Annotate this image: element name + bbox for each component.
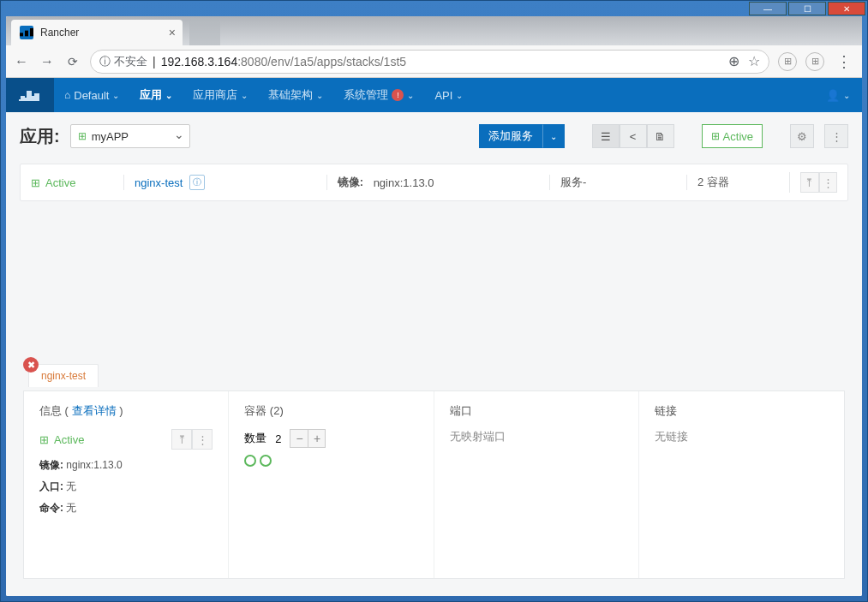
chevron-down-icon: ⌄ bbox=[550, 132, 557, 141]
address-bar[interactable]: ⓘ 不安全 | 192.168.3.164:8080/env/1a5/apps/… bbox=[90, 50, 769, 74]
nav-infra[interactable]: 基础架构 ⌄ bbox=[258, 78, 333, 112]
star-icon[interactable]: ☆ bbox=[748, 53, 760, 69]
nav-catalog[interactable]: 应用商店 ⌄ bbox=[183, 78, 258, 112]
url-text: 192.168.3.164:8080/env/1a5/apps/stacks/1… bbox=[161, 55, 406, 69]
detail-entry: 入口: 无 bbox=[39, 480, 213, 494]
ports-section-title: 端口 bbox=[450, 403, 623, 419]
svg-rect-0 bbox=[20, 33, 23, 36]
add-service-dropdown[interactable]: ⌄ bbox=[542, 124, 565, 148]
info-icon[interactable]: ⓘ bbox=[189, 175, 205, 190]
browser-menu-button[interactable]: ⋮ bbox=[833, 52, 855, 71]
nav-apps[interactable]: 应用 ⌄ bbox=[129, 78, 183, 112]
home-icon: ⌂ bbox=[64, 89, 70, 101]
service-containers: 2 容器 bbox=[686, 175, 789, 190]
view-list-button[interactable]: ☰ bbox=[592, 124, 620, 148]
stack-name: myAPP bbox=[92, 130, 129, 143]
scale-up-button[interactable]: + bbox=[308, 430, 325, 447]
insecure-indicator: ⓘ 不安全 bbox=[99, 54, 147, 69]
environment-name: Default bbox=[74, 89, 109, 102]
page-title: 应用: bbox=[20, 125, 60, 148]
extension-icon[interactable]: ⊞ bbox=[805, 52, 824, 71]
rancher-logo[interactable] bbox=[6, 78, 54, 112]
app-topnav: ⌂ Default ⌄ 应用 ⌄ 应用商店 ⌄ 基础架构 ⌄ 系统管理 ! ⌄ … bbox=[6, 78, 862, 112]
view-graph-button[interactable]: < bbox=[620, 124, 647, 148]
browser-tab-title: Rancher bbox=[40, 27, 79, 39]
user-menu[interactable]: 👤 ⌄ bbox=[823, 89, 853, 102]
environment-picker[interactable]: ⌂ Default ⌄ bbox=[54, 89, 129, 102]
container-dot[interactable] bbox=[244, 455, 256, 467]
new-tab-button[interactable] bbox=[189, 20, 220, 45]
more-actions-button[interactable]: ⋮ bbox=[824, 124, 848, 148]
service-status: ⊞ Active bbox=[31, 176, 75, 189]
rancher-favicon bbox=[20, 26, 33, 39]
detail-image: 镜像: nginx:1.13.0 bbox=[39, 458, 213, 473]
view-details-link[interactable]: 查看详情 bbox=[72, 404, 117, 417]
chevron-down-icon: ⌄ bbox=[112, 91, 119, 100]
add-service-button[interactable]: 添加服务 bbox=[479, 124, 542, 148]
detail-up-icon[interactable]: ⤒ bbox=[171, 429, 192, 450]
window-close-button[interactable]: ✕ bbox=[828, 2, 865, 15]
search-icon[interactable]: ⊕ bbox=[728, 53, 739, 69]
detail-cmd: 命令: 无 bbox=[39, 501, 213, 516]
browser-toolbar: ← → ⟳ ⓘ 不安全 | 192.168.3.164:8080/env/1a5… bbox=[6, 45, 862, 78]
links-empty: 无链接 bbox=[655, 429, 829, 444]
scale-value: 2 bbox=[275, 432, 281, 445]
ports-empty: 无映射端口 bbox=[450, 429, 623, 444]
container-indicators bbox=[244, 455, 417, 467]
reload-button[interactable]: ⟳ bbox=[64, 53, 81, 70]
scale-down-button[interactable]: − bbox=[290, 430, 308, 447]
stack-icon: ⊞ bbox=[78, 130, 87, 142]
back-button[interactable]: ← bbox=[13, 53, 30, 70]
detail-panel: 信息 ( 查看详情 ) ⊞ Active ⤒ ⋮ 镜像: nginx:1.13.… bbox=[23, 390, 845, 579]
view-file-button[interactable]: 🗎 bbox=[647, 124, 674, 148]
container-dot[interactable] bbox=[260, 455, 272, 467]
window-titlebar: — ☐ ✕ bbox=[1, 1, 867, 16]
info-section-title: 信息 ( 查看详情 ) bbox=[39, 403, 213, 419]
browser-tab-strip: Rancher × bbox=[6, 16, 862, 45]
svg-rect-1 bbox=[25, 30, 28, 36]
containers-section-title: 容器 (2) bbox=[244, 403, 417, 419]
links-section-title: 链接 bbox=[655, 403, 829, 419]
window-maximize-button[interactable]: ☐ bbox=[788, 2, 826, 15]
stack-status: ⊞Active bbox=[702, 124, 763, 148]
service-name-link[interactable]: nginx-test bbox=[135, 176, 183, 189]
scale-label: 数量 bbox=[244, 431, 266, 446]
svg-rect-2 bbox=[30, 28, 33, 36]
service-type: 服务- bbox=[549, 175, 686, 190]
stack-selector[interactable]: ⊞ myAPP bbox=[70, 124, 190, 148]
forward-button[interactable]: → bbox=[39, 53, 56, 70]
services-table: ⊞ Active nginx-test ⓘ 镜像: nginx:1.13.0 服… bbox=[20, 164, 848, 201]
window-minimize-button[interactable]: — bbox=[749, 2, 787, 15]
extension-icon[interactable]: ⊞ bbox=[778, 52, 797, 71]
detail-tab[interactable]: nginx-test bbox=[28, 364, 99, 387]
detail-menu-button[interactable]: ⋮ bbox=[192, 429, 213, 450]
close-detail-badge[interactable]: ✖ bbox=[23, 357, 39, 373]
alert-badge: ! bbox=[392, 89, 404, 101]
service-image: 镜像: nginx:1.13.0 bbox=[326, 175, 549, 190]
detail-status: ⊞ Active bbox=[39, 433, 84, 446]
nav-admin[interactable]: 系统管理 ! ⌄ bbox=[333, 78, 424, 112]
row-up-icon[interactable]: ⤒ bbox=[800, 172, 819, 193]
row-menu-button[interactable]: ⋮ bbox=[819, 172, 838, 193]
nav-api[interactable]: API ⌄ bbox=[424, 78, 473, 112]
close-icon[interactable]: × bbox=[169, 26, 176, 39]
gear-icon[interactable]: ⚙ bbox=[790, 124, 814, 148]
table-row: ⊞ Active nginx-test ⓘ 镜像: nginx:1.13.0 服… bbox=[21, 164, 847, 200]
browser-tab[interactable]: Rancher × bbox=[11, 20, 183, 45]
